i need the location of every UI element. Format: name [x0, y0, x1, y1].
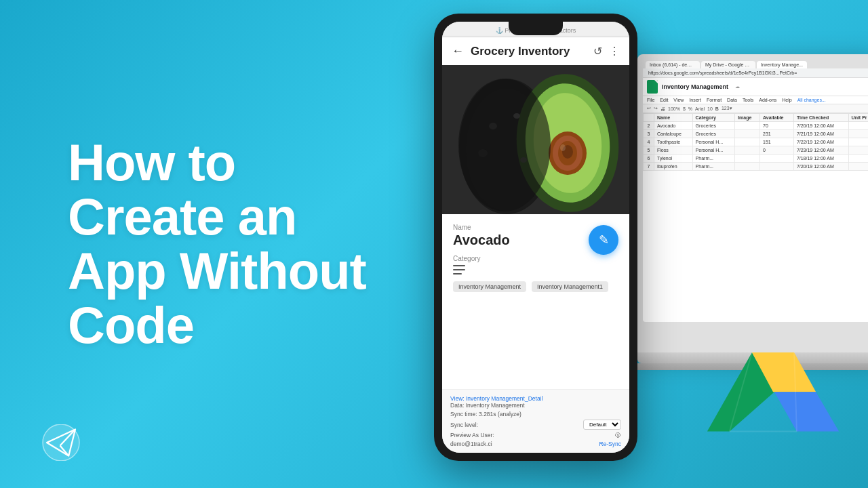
more-icon[interactable]: ⋮	[609, 45, 620, 58]
app-bar: ← Grocery Inventory ↺ ⋮	[442, 37, 629, 65]
tab-sheets[interactable]: Inventory Manage...	[757, 61, 807, 68]
menu-file[interactable]: File	[647, 98, 654, 102]
phone-screen: ⚓ Preview other form factors ← Grocery I…	[442, 22, 629, 453]
col-price: Unit Pr	[848, 114, 868, 122]
row-number: 3	[644, 130, 654, 138]
user-email: demo@1track.ci	[450, 441, 492, 447]
menu-view[interactable]: View	[673, 98, 684, 102]
category-label: Category	[453, 255, 618, 262]
sync-level-label: Sync level:	[450, 422, 478, 428]
cell-image[interactable]	[735, 130, 760, 138]
cell-name[interactable]: Ibuprofen	[654, 163, 693, 171]
cell-price[interactable]	[848, 155, 868, 163]
re-sync-link[interactable]: Re-Sync	[599, 441, 621, 447]
cell-time[interactable]: 7/20/19 12:00 AM	[793, 163, 848, 171]
paper-plane-logo	[41, 424, 81, 461]
cell-available[interactable]: 0	[760, 146, 794, 155]
table-row[interactable]: 2 Avocado Groceries 70 7/20/19 12:00 AM	[644, 122, 869, 130]
cell-category[interactable]: Pharm...	[692, 155, 734, 163]
cell-price[interactable]	[848, 130, 868, 138]
cell-price[interactable]	[848, 138, 868, 146]
table-row[interactable]: 7 Ibuprofen Pharm... 7/20/19 12:00 AM	[644, 163, 869, 171]
bottom-row-1: Sync time: 3.281s (analyze)	[450, 411, 621, 418]
cell-image[interactable]	[735, 155, 760, 163]
col-category: Category	[692, 114, 734, 122]
toolbar-redo[interactable]: ↪	[654, 106, 658, 111]
cell-category[interactable]: Groceries	[692, 122, 734, 130]
toolbar-size[interactable]: 10	[707, 106, 713, 111]
cell-price[interactable]	[848, 146, 868, 155]
cell-image[interactable]	[735, 138, 760, 146]
address-bar[interactable]: https://docs.google.com/spreadsheets/d/1…	[643, 68, 868, 78]
cell-category[interactable]: Personal H...	[692, 138, 734, 146]
cell-name[interactable]: Avocado	[654, 122, 693, 130]
svg-point-15	[458, 79, 551, 211]
toolbar-print[interactable]: 🖨	[660, 106, 665, 111]
menu-tools[interactable]: Tools	[743, 98, 753, 102]
row-number: 5	[644, 146, 654, 155]
toolbar-undo[interactable]: ↩	[647, 106, 651, 111]
tab-drive[interactable]: My Drive - Google Drive	[701, 61, 755, 68]
cell-image[interactable]	[735, 163, 760, 171]
tab-gmail[interactable]: Inbox (6,614) - demo@1Tra...	[646, 61, 700, 68]
toolbar-formula[interactable]: 123▾	[722, 106, 732, 111]
menu-edit[interactable]: Edit	[660, 98, 668, 102]
cell-image[interactable]	[735, 122, 760, 130]
row-number: 7	[644, 163, 654, 171]
table-row[interactable]: 4 Toothpaste Personal H... 151 7/22/19 1…	[644, 138, 869, 146]
cell-price[interactable]	[848, 122, 868, 130]
svg-marker-22	[774, 392, 839, 431]
col-image: Image	[735, 114, 760, 122]
cell-available[interactable]	[760, 163, 794, 171]
cell-name[interactable]: Floss	[654, 146, 693, 155]
cell-name[interactable]: Toothpaste	[654, 138, 693, 146]
menu-data[interactable]: Data	[727, 98, 737, 102]
cell-time[interactable]: 7/18/19 12:00 AM	[793, 155, 848, 163]
menu-insert[interactable]: Insert	[689, 98, 701, 102]
table-row[interactable]: 5 Floss Personal H... 0 7/23/19 12:00 AM	[644, 146, 869, 155]
toolbar-bold[interactable]: B	[715, 106, 719, 111]
laptop-screen: Inbox (6,614) - demo@1Tra... My Drive - …	[637, 54, 868, 352]
table-row[interactable]: 3 Cantaloupe Groceries 231 7/21/19 12:00…	[644, 130, 869, 138]
cell-category[interactable]: Groceries	[692, 130, 734, 138]
cell-time[interactable]: 7/20/19 12:00 AM	[793, 122, 848, 130]
cell-category[interactable]: Personal H...	[692, 146, 734, 155]
sheets-menu: File Edit View Insert Format Data Tools …	[643, 96, 868, 104]
view-link[interactable]: View: Inventory Management_Detail	[450, 395, 542, 402]
table-row[interactable]: 6 Tylenol Pharm... 7/18/19 12:00 AM	[644, 155, 869, 163]
cell-time[interactable]: 7/23/19 12:00 AM	[793, 146, 848, 155]
cell-name[interactable]: Tylenol	[654, 155, 693, 163]
cell-available[interactable]: 151	[760, 138, 794, 146]
cell-price[interactable]	[848, 163, 868, 171]
cell-name[interactable]: Cantaloupe	[654, 130, 693, 138]
menu-format[interactable]: Format	[707, 98, 722, 102]
sheets-title: Inventory Management	[662, 83, 728, 90]
inv-tag-1: Inventory Management	[453, 281, 526, 292]
cell-available[interactable]: 231	[760, 130, 794, 138]
toolbar-font[interactable]: Arial	[695, 106, 705, 111]
back-button[interactable]: ←	[452, 44, 464, 58]
inv-tag-2: Inventory Management1	[532, 281, 608, 292]
menu-addons[interactable]: Add-ons	[759, 98, 776, 102]
menu-help[interactable]: Help	[782, 98, 791, 102]
sheets-toolbar: ↩ ↪ 🖨 100% $ % Arial 10 B 123▾	[643, 104, 868, 113]
category-row	[453, 265, 618, 274]
cell-category[interactable]: Pharm...	[692, 163, 734, 171]
help-icon: 🛈	[615, 432, 621, 439]
svg-point-19	[520, 157, 527, 163]
sync-level-select[interactable]: Default	[583, 420, 621, 430]
toolbar-percent[interactable]: %	[688, 106, 692, 111]
main-title: How to Create an App Without Code	[68, 136, 380, 352]
toolbar-dollar[interactable]: $	[683, 106, 686, 111]
cell-time[interactable]: 7/21/19 12:00 AM	[793, 130, 848, 138]
cell-available[interactable]	[760, 155, 794, 163]
toolbar-zoom[interactable]: 100%	[668, 106, 680, 111]
refresh-icon[interactable]: ↺	[593, 45, 602, 58]
edit-fab[interactable]: ✎	[589, 225, 618, 255]
sheets-table: Name Category Image Available Time Check…	[643, 113, 868, 171]
svg-point-18	[478, 149, 488, 157]
cell-available[interactable]: 70	[760, 122, 794, 130]
cell-time[interactable]: 7/22/19 12:00 AM	[793, 138, 848, 146]
list-icon	[453, 265, 465, 274]
cell-image[interactable]	[735, 146, 760, 155]
